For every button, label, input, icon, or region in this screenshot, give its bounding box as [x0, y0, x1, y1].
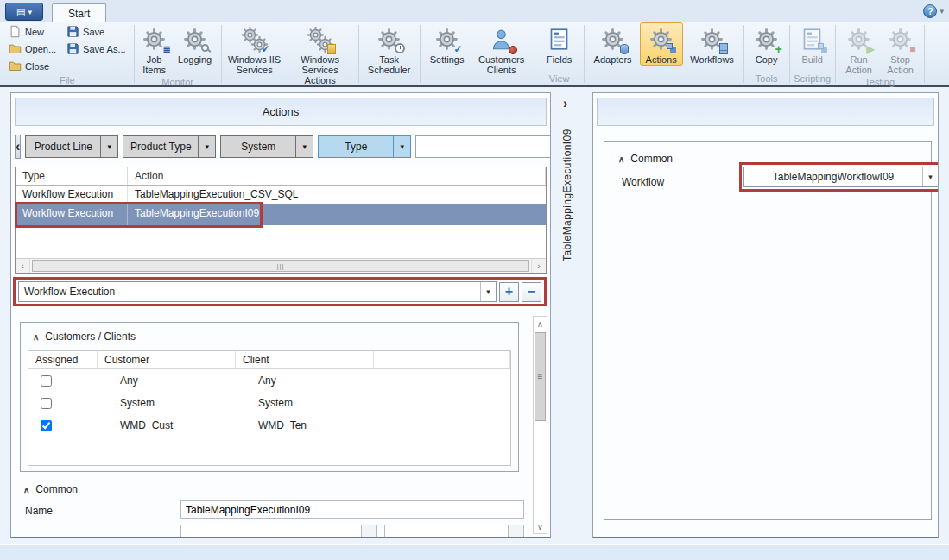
assigned-checkbox[interactable]	[41, 375, 52, 387]
remove-action-button[interactable]: −	[522, 282, 541, 302]
group-label-file: File	[4, 74, 130, 86]
customers-clients-button[interactable]: Customers Clients	[472, 22, 531, 76]
list-item[interactable]: Any Any	[28, 369, 510, 392]
scrollbar-track[interactable]: ≡	[534, 330, 547, 519]
group-separator	[221, 25, 222, 83]
stop-action-button[interactable]: ■ Stop Action	[881, 22, 921, 76]
vertical-document-tab[interactable]: TableMappingExecutionI09	[561, 129, 573, 261]
column-header-customer[interactable]: Customer	[98, 351, 236, 368]
new-button[interactable]: New	[4, 23, 60, 40]
collapse-icon[interactable]: ∧	[33, 332, 39, 342]
task-scheduler-button[interactable]: Task Scheduler	[363, 22, 416, 76]
windows-services-actions-button[interactable]: Windows Services Actions	[286, 22, 355, 86]
stop-badge-icon: ■	[909, 44, 915, 54]
scroll-right-button[interactable]: ›	[531, 259, 546, 273]
product-type-filter-button[interactable]: Product Type	[123, 135, 199, 158]
plus-icon: +	[505, 285, 513, 299]
collapse-icon[interactable]: ∧	[618, 154, 624, 164]
ribbon-group-services: ✓ Windows IIS Services Windows Services …	[223, 22, 357, 85]
system-filter-button[interactable]: System	[220, 135, 296, 158]
assigned-checkbox[interactable]	[41, 398, 52, 409]
tab-start[interactable]: Start	[52, 3, 106, 22]
chevron-down-icon[interactable]	[508, 525, 523, 538]
section-title-common: Common	[630, 153, 673, 165]
action-type-combobox[interactable]: Workflow Execution ▾	[18, 281, 497, 302]
workflow-combobox[interactable]: TableMappingWorkflowI09 ▾	[743, 167, 939, 187]
partial-combobox[interactable]	[180, 525, 377, 538]
actions-button[interactable]: Actions	[640, 22, 683, 66]
ribbon-group-configuration: ✓ Settings Customers Clients	[421, 22, 534, 85]
expand-panel-chevron[interactable]: ›	[563, 96, 567, 111]
column-header-type[interactable]: Type	[16, 167, 128, 185]
assigned-checkbox[interactable]	[41, 420, 52, 431]
save-as-button[interactable]: Save As...	[62, 41, 130, 57]
run-action-button[interactable]: ▶ Run Action	[839, 22, 879, 76]
group-separator	[420, 25, 421, 83]
application-menu-button[interactable]: ▤ ▾	[5, 3, 43, 21]
combobox-value: TableMappingWorkflowI09	[744, 171, 922, 183]
workflow-label: Workflow	[622, 176, 664, 188]
name-input[interactable]	[180, 500, 524, 519]
close-button[interactable]: Close	[4, 58, 60, 74]
settings-button[interactable]: ✓ Settings	[424, 22, 471, 66]
scrollbar-thumb[interactable]: ≡	[535, 332, 546, 421]
table-header-row: Type Action	[16, 167, 546, 186]
system-filter-dropdown[interactable]: ▾	[296, 135, 313, 158]
job-items-button[interactable]: ≣ Job Items	[138, 22, 171, 76]
chevron-down-icon[interactable]: ▾	[940, 7, 944, 16]
gear-icon	[889, 28, 912, 51]
ribbon-group-scripting: Build Scripting	[791, 22, 834, 85]
column-header-assigned[interactable]: Assigned	[28, 351, 98, 368]
scrollbar-thumb[interactable]: |||	[32, 260, 529, 272]
vertical-scrollbar[interactable]: ∧ ≡ ∨	[533, 316, 547, 534]
column-header-action[interactable]: Action	[128, 167, 546, 185]
product-line-filter-dropdown[interactable]: ▾	[101, 135, 118, 158]
filter-back-button[interactable]: ‹	[15, 135, 21, 159]
application-window: ▤ ▾ Start ? ▾ New	[0, 0, 949, 560]
properties-panel-header	[597, 98, 934, 126]
section-title-customers-clients: Customers / Clients	[45, 330, 136, 343]
squares-badge-icon	[818, 43, 824, 49]
grip-icon: ≡	[538, 372, 543, 381]
copy-button[interactable]: + Copy	[748, 22, 786, 66]
workflows-button[interactable]: Workflows	[685, 22, 740, 66]
list-item[interactable]: System System	[28, 392, 510, 414]
fields-button[interactable]: Fields	[539, 22, 580, 66]
table-row[interactable]: Workflow Execution TableMappingExecution…	[16, 186, 546, 204]
chevron-down-icon[interactable]: ▾	[480, 282, 496, 301]
type-filter-dropdown[interactable]: ▾	[394, 135, 411, 158]
filter-product-line: Product Line ▾	[25, 135, 118, 158]
scroll-left-button[interactable]: ‹	[16, 259, 30, 273]
logging-button[interactable]: Logging	[173, 22, 218, 66]
group-separator	[835, 25, 836, 83]
annotation-highlight: Workflow Execution ▾ + −	[13, 277, 547, 306]
scrollbar-track[interactable]: |||	[30, 259, 531, 273]
fields-document-icon	[547, 28, 571, 51]
list-item[interactable]: WMD_Cust WMD_Ten	[28, 414, 510, 437]
partial-combobox[interactable]	[384, 525, 524, 538]
cell-action: TableMappingExecutionI09	[128, 204, 546, 225]
adapters-button[interactable]: Adapters	[588, 22, 638, 66]
table-row-selected[interactable]: Workflow Execution TableMappingExecution…	[16, 204, 546, 225]
save-icon	[66, 25, 79, 38]
save-button[interactable]: Save	[62, 23, 130, 40]
ribbon-group-file: New Open... Close	[2, 22, 133, 85]
collapse-icon[interactable]: ∧	[23, 485, 29, 494]
horizontal-scrollbar[interactable]: ‹ ||| ›	[16, 258, 546, 273]
product-line-filter-button[interactable]: Product Line	[25, 135, 101, 158]
windows-iis-services-button[interactable]: ✓ Windows IIS Services	[225, 22, 284, 76]
column-header-client[interactable]: Client	[236, 351, 374, 368]
build-button[interactable]: Build	[794, 22, 832, 66]
scroll-down-button[interactable]: ∨	[534, 519, 547, 533]
product-type-filter-dropdown[interactable]: ▾	[199, 135, 216, 158]
help-button[interactable]: ?	[923, 4, 937, 18]
open-button[interactable]: Open...	[4, 41, 60, 57]
type-filter-button[interactable]: Type	[318, 135, 394, 158]
chevron-down-icon[interactable]: ▾	[922, 167, 938, 186]
chevron-down-icon[interactable]	[361, 525, 376, 538]
filter-search-input[interactable]	[415, 135, 551, 158]
group-separator	[924, 25, 925, 83]
customers-clients-group-box: ∧ Customers / Clients Assigned Customer …	[20, 322, 519, 472]
scroll-up-button[interactable]: ∧	[534, 317, 547, 330]
add-action-button[interactable]: +	[499, 282, 519, 302]
